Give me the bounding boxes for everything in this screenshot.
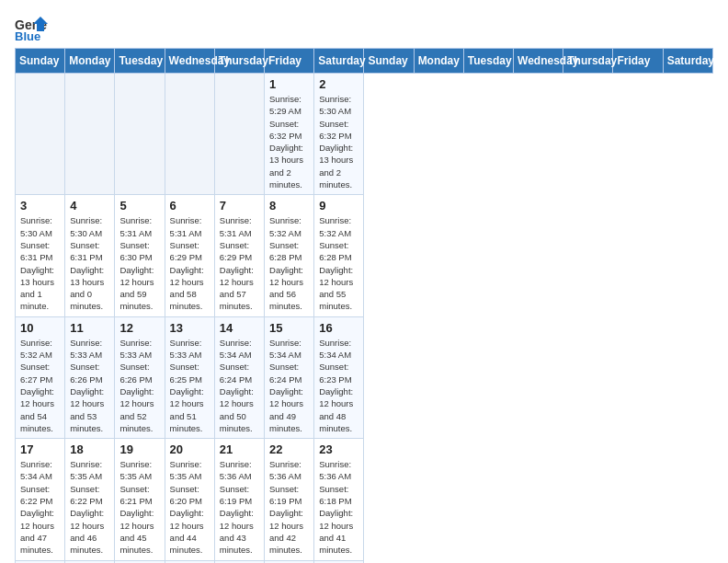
calendar-cell: 5Sunrise: 5:31 AM Sunset: 6:30 PM Daylig… <box>115 195 165 316</box>
calendar-cell: 3Sunrise: 5:30 AM Sunset: 6:31 PM Daylig… <box>16 195 65 316</box>
day-number: 20 <box>170 442 210 456</box>
header-sunday: Sunday <box>16 49 65 74</box>
day-number: 22 <box>269 442 309 456</box>
calendar-header-row: SundayMondayTuesdayWednesdayThursdayFrid… <box>16 49 713 74</box>
day-info: Sunrise: 5:34 AM Sunset: 6:23 PM Dayligh… <box>319 337 358 434</box>
header-tuesday: Tuesday <box>115 49 165 74</box>
calendar-week-row: 3Sunrise: 5:30 AM Sunset: 6:31 PM Daylig… <box>16 195 713 316</box>
day-info: Sunrise: 5:35 AM Sunset: 6:22 PM Dayligh… <box>70 458 109 556</box>
calendar-cell: 16Sunrise: 5:34 AM Sunset: 6:23 PM Dayli… <box>314 316 364 438</box>
day-number: 23 <box>319 442 358 456</box>
day-info: Sunrise: 5:32 AM Sunset: 6:28 PM Dayligh… <box>319 214 358 312</box>
day-info: Sunrise: 5:34 AM Sunset: 6:24 PM Dayligh… <box>269 337 309 434</box>
calendar-cell <box>65 74 115 195</box>
day-number: 10 <box>20 321 60 335</box>
calendar-cell: 21Sunrise: 5:36 AM Sunset: 6:19 PM Dayli… <box>214 439 264 560</box>
logo-icon: General Blue <box>15 15 48 40</box>
calendar-cell: 23Sunrise: 5:36 AM Sunset: 6:18 PM Dayli… <box>314 439 364 560</box>
page-header: General Blue <box>15 15 713 40</box>
calendar-cell: 7Sunrise: 5:31 AM Sunset: 6:29 PM Daylig… <box>214 195 264 316</box>
day-number: 12 <box>119 321 159 335</box>
day-info: Sunrise: 5:33 AM Sunset: 6:26 PM Dayligh… <box>70 337 109 434</box>
calendar-week-row: 10Sunrise: 5:32 AM Sunset: 6:27 PM Dayli… <box>16 316 713 438</box>
header-monday: Monday <box>65 49 115 74</box>
calendar-cell: 10Sunrise: 5:32 AM Sunset: 6:27 PM Dayli… <box>16 316 65 438</box>
calendar-week-row: 1Sunrise: 5:29 AM Sunset: 6:32 PM Daylig… <box>16 74 713 195</box>
header-wednesday: Wednesday <box>165 49 214 74</box>
day-info: Sunrise: 5:35 AM Sunset: 6:20 PM Dayligh… <box>170 458 210 556</box>
day-info: Sunrise: 5:32 AM Sunset: 6:27 PM Dayligh… <box>20 337 60 434</box>
day-number: 4 <box>70 199 109 213</box>
day-number: 1 <box>269 77 309 91</box>
column-header-sunday: Sunday <box>364 49 414 74</box>
calendar-cell: 22Sunrise: 5:36 AM Sunset: 6:19 PM Dayli… <box>265 439 314 560</box>
day-number: 7 <box>220 199 259 213</box>
column-header-thursday: Thursday <box>563 49 613 74</box>
day-info: Sunrise: 5:36 AM Sunset: 6:18 PM Dayligh… <box>319 458 358 556</box>
logo: General Blue <box>15 15 55 40</box>
calendar-cell: 2Sunrise: 5:30 AM Sunset: 6:32 PM Daylig… <box>314 74 364 195</box>
calendar-cell <box>165 74 214 195</box>
day-number: 14 <box>220 321 259 335</box>
calendar-cell <box>214 74 264 195</box>
calendar-cell: 1Sunrise: 5:29 AM Sunset: 6:32 PM Daylig… <box>265 74 314 195</box>
calendar-cell: 9Sunrise: 5:32 AM Sunset: 6:28 PM Daylig… <box>314 195 364 316</box>
svg-text:Blue: Blue <box>15 29 40 40</box>
day-info: Sunrise: 5:29 AM Sunset: 6:32 PM Dayligh… <box>269 93 309 190</box>
calendar-cell: 4Sunrise: 5:30 AM Sunset: 6:31 PM Daylig… <box>65 195 115 316</box>
day-info: Sunrise: 5:33 AM Sunset: 6:26 PM Dayligh… <box>119 337 159 434</box>
day-info: Sunrise: 5:32 AM Sunset: 6:28 PM Dayligh… <box>269 214 309 312</box>
column-header-friday: Friday <box>613 49 663 74</box>
day-info: Sunrise: 5:33 AM Sunset: 6:25 PM Dayligh… <box>170 337 210 434</box>
header-saturday: Saturday <box>314 49 364 74</box>
calendar-week-row: 17Sunrise: 5:34 AM Sunset: 6:22 PM Dayli… <box>16 439 713 560</box>
day-number: 3 <box>20 199 60 213</box>
calendar-cell: 15Sunrise: 5:34 AM Sunset: 6:24 PM Dayli… <box>265 316 314 438</box>
calendar-cell <box>16 74 65 195</box>
day-info: Sunrise: 5:34 AM Sunset: 6:22 PM Dayligh… <box>20 458 60 556</box>
column-header-wednesday: Wednesday <box>514 49 563 74</box>
column-header-monday: Monday <box>414 49 463 74</box>
calendar-cell: 20Sunrise: 5:35 AM Sunset: 6:20 PM Dayli… <box>165 439 214 560</box>
calendar-cell <box>115 74 165 195</box>
column-header-saturday: Saturday <box>663 49 712 74</box>
day-number: 11 <box>70 321 109 335</box>
day-number: 18 <box>70 442 109 456</box>
day-info: Sunrise: 5:30 AM Sunset: 6:31 PM Dayligh… <box>70 214 109 312</box>
header-friday: Friday <box>265 49 314 74</box>
calendar-cell: 11Sunrise: 5:33 AM Sunset: 6:26 PM Dayli… <box>65 316 115 438</box>
header-thursday: Thursday <box>214 49 264 74</box>
day-number: 9 <box>319 199 358 213</box>
day-info: Sunrise: 5:35 AM Sunset: 6:21 PM Dayligh… <box>119 458 159 556</box>
calendar-cell: 14Sunrise: 5:34 AM Sunset: 6:24 PM Dayli… <box>214 316 264 438</box>
day-info: Sunrise: 5:31 AM Sunset: 6:29 PM Dayligh… <box>170 214 210 312</box>
calendar-cell: 13Sunrise: 5:33 AM Sunset: 6:25 PM Dayli… <box>165 316 214 438</box>
column-header-tuesday: Tuesday <box>463 49 513 74</box>
day-number: 15 <box>269 321 309 335</box>
day-info: Sunrise: 5:34 AM Sunset: 6:24 PM Dayligh… <box>220 337 259 434</box>
day-number: 21 <box>220 442 259 456</box>
day-number: 19 <box>119 442 159 456</box>
day-info: Sunrise: 5:30 AM Sunset: 6:31 PM Dayligh… <box>20 214 60 312</box>
calendar-cell: 6Sunrise: 5:31 AM Sunset: 6:29 PM Daylig… <box>165 195 214 316</box>
day-info: Sunrise: 5:31 AM Sunset: 6:29 PM Dayligh… <box>220 214 259 312</box>
day-number: 2 <box>319 77 358 91</box>
calendar-cell: 17Sunrise: 5:34 AM Sunset: 6:22 PM Dayli… <box>16 439 65 560</box>
day-info: Sunrise: 5:31 AM Sunset: 6:30 PM Dayligh… <box>119 214 159 312</box>
day-number: 6 <box>170 199 210 213</box>
day-number: 16 <box>319 321 358 335</box>
day-info: Sunrise: 5:36 AM Sunset: 6:19 PM Dayligh… <box>220 458 259 556</box>
calendar-cell: 19Sunrise: 5:35 AM Sunset: 6:21 PM Dayli… <box>115 439 165 560</box>
calendar-cell: 8Sunrise: 5:32 AM Sunset: 6:28 PM Daylig… <box>265 195 314 316</box>
calendar-cell: 18Sunrise: 5:35 AM Sunset: 6:22 PM Dayli… <box>65 439 115 560</box>
day-number: 17 <box>20 442 60 456</box>
day-info: Sunrise: 5:36 AM Sunset: 6:19 PM Dayligh… <box>269 458 309 556</box>
calendar-table: SundayMondayTuesdayWednesdayThursdayFrid… <box>15 48 713 563</box>
day-number: 5 <box>119 199 159 213</box>
day-number: 8 <box>269 199 309 213</box>
day-info: Sunrise: 5:30 AM Sunset: 6:32 PM Dayligh… <box>319 93 358 190</box>
calendar-cell: 12Sunrise: 5:33 AM Sunset: 6:26 PM Dayli… <box>115 316 165 438</box>
day-number: 13 <box>170 321 210 335</box>
